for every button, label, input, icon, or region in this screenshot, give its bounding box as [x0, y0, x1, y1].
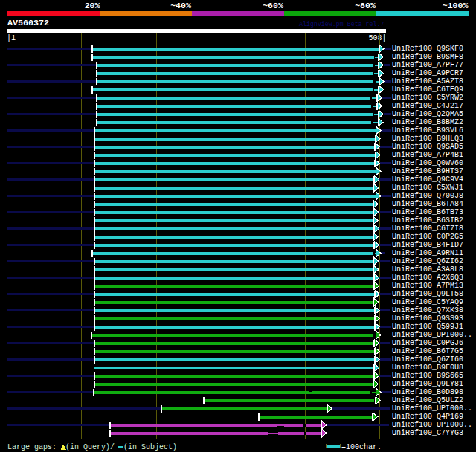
svg-text:UniRef100_Q0WV60: UniRef100_Q0WV60 [392, 159, 463, 167]
svg-text:UniRef100_B9F0U8: UniRef100_B9F0U8 [392, 364, 463, 372]
svg-text:UniRef100_B0D898: UniRef100_B0D898 [392, 388, 463, 396]
svg-text:UniRef100_C4J217: UniRef100_C4J217 [392, 102, 463, 110]
svg-text:UniRef100_UPI000..: UniRef100_UPI000.. [392, 331, 472, 339]
svg-text:UniRef100_B9HLQ3: UniRef100_B9HLQ3 [392, 135, 463, 143]
svg-text:20%: 20% [85, 1, 100, 10]
svg-text:UniRef100_B9SMF8: UniRef100_B9SMF8 [392, 53, 463, 61]
svg-text:UniRef100_B6TB73: UniRef100_B6TB73 [392, 208, 463, 216]
svg-text:UniRef100_Q599J1: UniRef100_Q599J1 [392, 323, 463, 331]
svg-text:UniRef100_A3A8L8: UniRef100_A3A8L8 [392, 265, 463, 274]
svg-text:UniRef100_Q9SAD5: UniRef100_Q9SAD5 [392, 143, 463, 151]
svg-text:=100char.: =100char. [341, 443, 382, 451]
svg-text:UniRef100_A7PF77: UniRef100_A7PF77 [392, 61, 463, 69]
svg-text:UniRef100_Q6ZI60: UniRef100_Q6ZI60 [392, 355, 463, 364]
svg-text:~60%: ~60% [263, 1, 283, 10]
svg-text:|1: |1 [7, 34, 16, 42]
svg-text:AV560372: AV560372 [7, 18, 49, 28]
svg-text:UniRef100_UPI000..: UniRef100_UPI000.. [392, 421, 472, 429]
svg-text:UniRef100_Q9SS93: UniRef100_Q9SS93 [392, 314, 463, 323]
svg-text:UniRef100_C0P2G5: UniRef100_C0P2G5 [392, 233, 463, 241]
svg-text:~100%: ~100% [443, 1, 469, 10]
svg-text:UniRef100_C6T7I8: UniRef100_C6T7I8 [392, 225, 463, 233]
svg-text:~80%: ~80% [355, 1, 376, 10]
svg-text:UniRef100_B4FID7: UniRef100_B4FID7 [392, 241, 463, 249]
svg-text:UniRef100_C0PGJ6: UniRef100_C0PGJ6 [392, 339, 463, 347]
svg-text:UniRef100_Q9LY81: UniRef100_Q9LY81 [392, 380, 463, 388]
svg-text:(in Subject): (in Subject) [123, 443, 177, 451]
svg-text:UniRef100_C7YYG3: UniRef100_C7YYG3 [392, 429, 463, 437]
svg-text:UniRef100_C5YRW2: UniRef100_C5YRW2 [392, 94, 463, 102]
svg-text:UniRef100_Q7XK38: UniRef100_Q7XK38 [392, 306, 463, 314]
svg-text:UniRef100_B9S665: UniRef100_B9S665 [392, 372, 463, 380]
svg-text:UniRef100_C6TEQ9: UniRef100_C6TEQ9 [392, 85, 463, 94]
svg-text:UniRef100_Q6ZI62: UniRef100_Q6ZI62 [392, 257, 463, 265]
svg-text:UniRef100_A5AZT8: UniRef100_A5AZT8 [392, 77, 463, 85]
svg-text:UniRef100_Q9SKF0: UniRef100_Q9SKF0 [392, 45, 463, 53]
svg-text:UniRef100_Q9LT58: UniRef100_Q9LT58 [392, 290, 463, 298]
svg-text:AlignView.pm Beta rel.7: AlignView.pm Beta rel.7 [299, 21, 385, 28]
svg-text:UniRef100_B6SIB2: UniRef100_B6SIB2 [392, 216, 463, 225]
svg-text:UniRef100_UPI000..: UniRef100_UPI000.. [392, 404, 472, 413]
svg-text:UniRef100_A2X6Q3: UniRef100_A2X6Q3 [392, 274, 463, 282]
svg-text:UniRef100_Q9C9V4: UniRef100_Q9C9V4 [392, 175, 463, 184]
svg-text:UniRef100_Q4P169: UniRef100_Q4P169 [392, 413, 463, 421]
svg-text:UniRef100_Q5ULZ2: UniRef100_Q5ULZ2 [392, 396, 463, 404]
svg-text:UniRef100_C5XWJ1: UniRef100_C5XWJ1 [392, 184, 463, 192]
svg-text:UniRef100_B9HTS7: UniRef100_B9HTS7 [392, 167, 463, 175]
svg-text:UniRef100_B9SVL6: UniRef100_B9SVL6 [392, 126, 463, 135]
svg-text:UniRef100_B8BMZ2: UniRef100_B8BMZ2 [392, 118, 463, 126]
svg-text:UniRef100_A7PM13: UniRef100_A7PM13 [392, 282, 463, 290]
svg-text:508|: 508| [368, 34, 386, 42]
svg-text:UniRef100_A7P4B1: UniRef100_A7P4B1 [392, 151, 463, 159]
svg-text:~40%: ~40% [170, 1, 191, 10]
svg-text:UniRef100_A9RN11: UniRef100_A9RN11 [392, 249, 463, 257]
svg-text:UniRef100_Q700J8: UniRef100_Q700J8 [392, 192, 463, 200]
svg-text:UniRef100_A9PCR7: UniRef100_A9PCR7 [392, 69, 463, 77]
svg-text:UniRef100_Q2QMA5: UniRef100_Q2QMA5 [392, 110, 463, 118]
svg-text:UniRef100_B6T7G5: UniRef100_B6T7G5 [392, 347, 463, 355]
svg-text:UniRef100_C5YAQ9: UniRef100_C5YAQ9 [392, 298, 463, 306]
svg-text:Large gaps:: Large gaps: [7, 443, 57, 451]
svg-text:(in Query)/: (in Query)/ [65, 443, 115, 451]
svg-text:UniRef100_B6TA84: UniRef100_B6TA84 [392, 200, 463, 208]
